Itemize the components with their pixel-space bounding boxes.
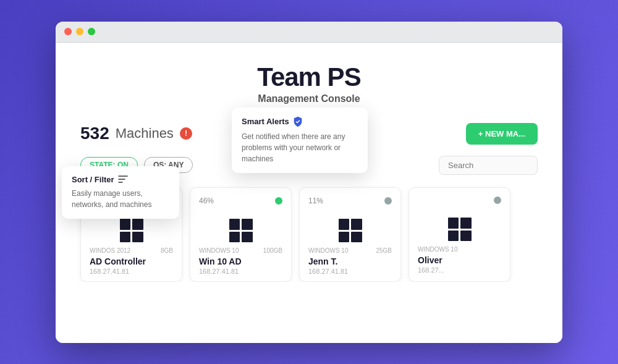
machine-card[interactable]: WINDOWS 10 Oliver 168.27... <box>408 187 510 282</box>
status-dot <box>494 197 501 204</box>
card-os-info: WINDOWS 10 25GB <box>308 247 392 254</box>
sort-filter-label: Sort / Filter <box>72 175 114 184</box>
machine-card[interactable]: 11% WINDOWS 10 25GB Jenn T. 168.27.41.81 <box>299 187 401 282</box>
close-button[interactable] <box>64 28 72 35</box>
minimize-button[interactable] <box>76 28 83 35</box>
card-os: WINDOS 2012 <box>90 247 130 254</box>
machine-label: Machines <box>116 125 174 142</box>
status-dot <box>275 197 282 205</box>
app-header: Team PS Management Console <box>56 43 562 117</box>
card-ram: 100GB <box>263 247 282 254</box>
app-subtitle: Management Console <box>68 93 550 104</box>
shield-icon <box>293 116 303 127</box>
app-title: Team PS <box>68 62 550 92</box>
tooltip-title: Smart Alerts <box>242 116 358 127</box>
browser-window: Team PS Management Console 532 Machines … <box>56 22 562 343</box>
tooltip-title: Sort / Filter <box>72 175 169 184</box>
card-ram: 25GB <box>376 247 392 254</box>
status-dot <box>384 197 392 205</box>
card-ip: 168.27... <box>418 266 501 274</box>
card-os: WINDOWS 10 <box>308 247 348 254</box>
card-percent: 46% <box>199 197 214 205</box>
tooltip-body: Easily manage users, networks, and machi… <box>72 188 169 210</box>
card-name: Jenn T. <box>308 256 392 266</box>
alert-badge[interactable]: ! <box>180 127 192 140</box>
machine-number: 532 <box>80 124 109 143</box>
card-os: WINDOWS 10 <box>418 246 457 253</box>
search-input[interactable] <box>439 156 538 175</box>
machine-card[interactable]: 46% WINDOWS 10 100GB Win 10 AD 168.27.41… <box>190 187 292 282</box>
windows-logo-icon <box>418 209 501 242</box>
card-top: 11% <box>308 197 392 205</box>
new-machine-button[interactable]: + NEW MA... <box>466 123 538 145</box>
card-ram: 8GB <box>161 247 173 254</box>
card-name: Oliver <box>418 255 501 265</box>
sort-filter-tooltip: Sort / Filter Easily manage users, netwo… <box>62 166 179 219</box>
card-percent: 11% <box>308 197 323 205</box>
card-name: AD Controller <box>90 256 173 266</box>
windows-logo-icon <box>199 210 282 243</box>
card-top <box>418 197 501 204</box>
card-ip: 168.27.41.81 <box>199 268 282 275</box>
card-top: 46% <box>199 197 282 205</box>
machines-count: 532 Machines ! <box>80 124 192 143</box>
tooltip-body: Get notified when there are any problems… <box>242 131 358 164</box>
card-os: WINDOWS 10 <box>199 247 239 254</box>
card-name: Win 10 AD <box>199 256 282 266</box>
search-wrapper <box>439 156 538 175</box>
card-os-info: WINDOS 2012 8GB <box>90 247 173 254</box>
windows-logo-icon <box>308 210 392 243</box>
browser-content: Team PS Management Console 532 Machines … <box>56 43 562 343</box>
smart-alerts-tooltip: Smart Alerts Get notified when there are… <box>232 108 368 173</box>
card-ip: 168.27.41.81 <box>90 268 173 275</box>
smart-alerts-label: Smart Alerts <box>242 117 289 126</box>
card-ip: 168.27.41.81 <box>308 268 392 275</box>
maximize-button[interactable] <box>88 28 95 35</box>
card-os-info: WINDOWS 10 <box>418 246 501 253</box>
sort-icon <box>118 175 128 184</box>
browser-titlebar <box>56 22 562 43</box>
card-os-info: WINDOWS 10 100GB <box>199 247 282 254</box>
